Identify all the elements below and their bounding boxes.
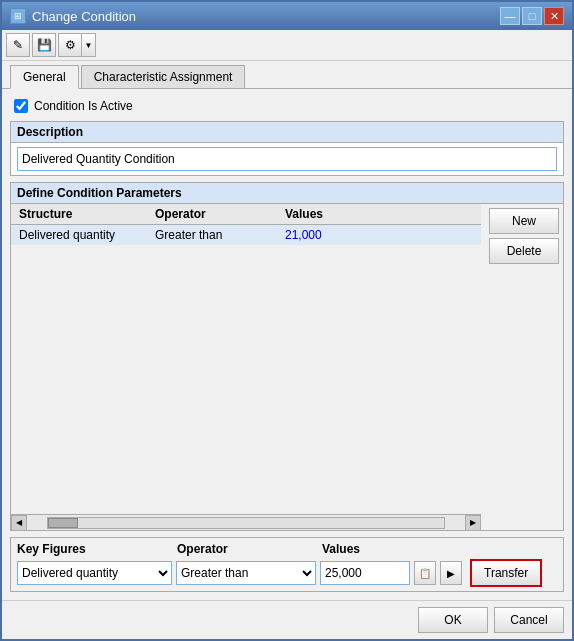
filter-area: Key Figures Operator Values Delivered qu… [10,537,564,592]
content-area: Condition Is Active Description Define C… [2,88,572,600]
toolbar-save-button[interactable]: 💾 [32,33,56,57]
col-header-operator: Operator [151,207,281,221]
define-condition-section: Define Condition Parameters Structure Op… [10,182,564,531]
cancel-button[interactable]: Cancel [494,607,564,633]
window-title: Change Condition [32,9,136,24]
row-structure: Delivered quantity [11,228,151,242]
toolbar-settings-dropdown: ⚙ ▼ [58,33,96,57]
tab-characteristic-assignment[interactable]: Characteristic Assignment [81,65,246,88]
define-condition-content: Structure Operator Values Delivered quan… [11,204,563,530]
filter-labels: Key Figures Operator Values [17,542,557,556]
minimize-button[interactable]: — [500,7,520,25]
window-icon: ⊞ [10,8,26,24]
title-buttons: — □ ✕ [500,7,564,25]
main-window: ⊞ Change Condition — □ ✕ ✎ 💾 ⚙ ▼ General… [0,0,574,641]
title-bar: ⊞ Change Condition — □ ✕ [2,2,572,30]
scrollbar-right-arrow[interactable]: ▶ [465,515,481,531]
condition-table: Structure Operator Values Delivered quan… [11,204,481,530]
filter-label-operator: Operator [177,542,322,556]
filter-label-values: Values [322,542,442,556]
table-scrollbar: ◀ ▶ [11,514,481,530]
description-input[interactable] [17,147,557,171]
tab-general[interactable]: General [10,65,79,89]
condition-active-label: Condition Is Active [34,99,133,113]
filter-browse-button[interactable]: 📋 [414,561,436,585]
toolbar-settings-button[interactable]: ⚙ [58,33,82,57]
scrollbar-left-arrow[interactable]: ◀ [11,515,27,531]
row-values: 21,000 [281,228,381,242]
values-input[interactable] [320,561,410,585]
footer: OK Cancel [2,600,572,639]
table-body: Delivered quantity Greater than 21,000 [11,225,481,514]
side-buttons: New Delete [485,204,563,530]
operator-select[interactable]: Greater than Less than Equal to [176,561,316,585]
col-header-structure: Structure [11,207,151,221]
filter-arrow-button[interactable]: ▶ [440,561,462,585]
scrollbar-thumb[interactable] [48,518,78,528]
key-figures-select[interactable]: Delivered quantity [17,561,172,585]
close-button[interactable]: ✕ [544,7,564,25]
table-header: Structure Operator Values [11,204,481,225]
title-bar-left: ⊞ Change Condition [10,8,136,24]
transfer-button[interactable]: Transfer [470,559,542,587]
description-title: Description [11,122,563,143]
h-scrollbar-track[interactable] [47,517,445,529]
toolbar-edit-button[interactable]: ✎ [6,33,30,57]
delete-button[interactable]: Delete [489,238,559,264]
new-button[interactable]: New [489,208,559,234]
tabs-bar: General Characteristic Assignment [2,61,572,88]
filter-controls: Delivered quantity Greater than Less tha… [17,559,557,587]
col-header-values: Values [281,207,381,221]
condition-active-row: Condition Is Active [10,97,564,115]
define-condition-title: Define Condition Parameters [11,183,563,204]
description-section: Description [10,121,564,176]
table-row[interactable]: Delivered quantity Greater than 21,000 [11,225,481,245]
toolbar-settings-dropdown-arrow[interactable]: ▼ [82,33,96,57]
ok-button[interactable]: OK [418,607,488,633]
toolbar: ✎ 💾 ⚙ ▼ [2,30,572,61]
condition-active-checkbox[interactable] [14,99,28,113]
maximize-button[interactable]: □ [522,7,542,25]
filter-label-key-figures: Key Figures [17,542,177,556]
row-operator: Greater than [151,228,281,242]
description-content [11,143,563,175]
